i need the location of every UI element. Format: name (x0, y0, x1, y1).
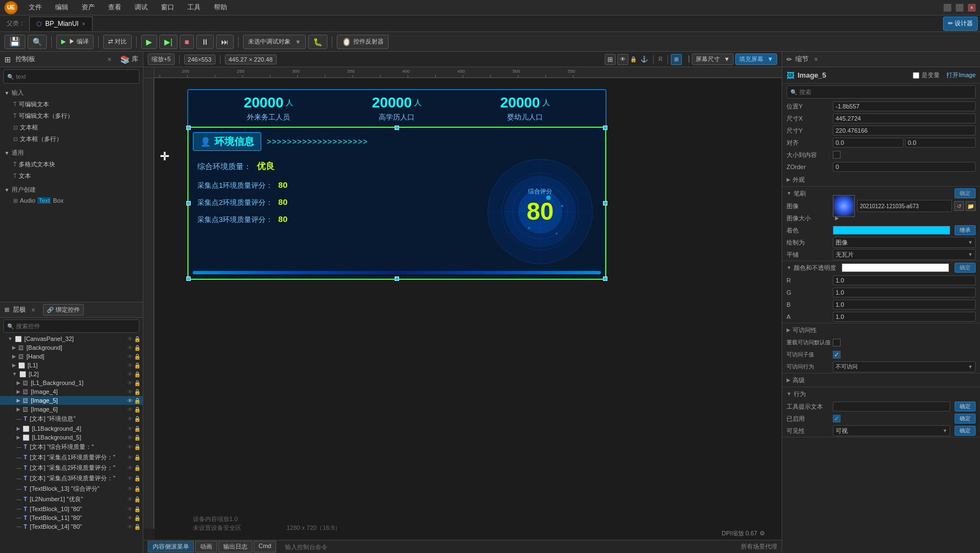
window-close[interactable]: × (968, 4, 976, 12)
layer-textblock11[interactable]: — T [TextBlock_11] "80" 👁 🔒 (0, 513, 143, 522)
lock-icon[interactable]: 🔒 (134, 380, 141, 386)
eye-icon[interactable]: 👁 (127, 454, 133, 460)
section-input-header[interactable]: ▼ 输入 (0, 87, 143, 99)
browse-btn[interactable]: 🔍 (28, 35, 47, 49)
tab-cmd[interactable]: Cmd (254, 541, 276, 552)
eye-icon[interactable]: 👁 (127, 354, 133, 360)
g-value[interactable]: 1.0 (833, 288, 976, 297)
item-editable-text-multi[interactable]: T 可编辑文本（多行） (0, 110, 143, 122)
stop-btn[interactable]: ■ (180, 35, 194, 49)
debug-icon-btn[interactable]: 🐛 (308, 35, 327, 49)
layer-textblock10[interactable]: — T [TextBlock_10] "80" 👁 🔒 (0, 505, 143, 513)
image-refresh-btn[interactable]: ↺ (954, 201, 964, 211)
layer-text-quality[interactable]: — T [文本] "综合环境质量：" 👁 🔒 (0, 442, 143, 452)
lock-icon[interactable]: 🔒 (134, 416, 141, 422)
lock-icon[interactable]: 🔒 (134, 435, 141, 441)
default-access-checkbox[interactable] (833, 339, 841, 346)
layer-text-score3[interactable]: — T [文本] "采集点3环境质量评分：" 👁 🔒 (0, 473, 143, 484)
right-panel-close[interactable]: × (814, 56, 818, 63)
eye-icon[interactable]: 👁 (127, 336, 133, 342)
lock-icon[interactable]: 🔒 (134, 336, 141, 342)
tint-color-bar[interactable] (833, 226, 950, 235)
lock-icon[interactable]: 🔒 (134, 486, 141, 492)
menu-asset[interactable]: 资产 (79, 2, 97, 13)
right-search-input[interactable] (799, 89, 972, 95)
color-confirm-btn[interactable]: 确定 (955, 263, 976, 273)
a-value[interactable]: 1.0 (833, 312, 976, 322)
item-text[interactable]: T 文本 (0, 170, 143, 182)
open-image-btn[interactable]: 打开Image (946, 71, 976, 79)
lock-icon[interactable]: 🔒 (134, 496, 141, 502)
layer-image4[interactable]: ▶ 🖼 [Image_4] 👁 🔒 (0, 387, 143, 396)
layer-text-score2[interactable]: — T [文本] "采集点2环境质量评分：" 👁 🔒 (0, 463, 143, 473)
section-user-header[interactable]: ▼ 用户创建 (0, 184, 143, 196)
eye-icon[interactable]: 👁 (127, 486, 133, 492)
menu-debug[interactable]: 调试 (132, 2, 150, 13)
eye-icon[interactable]: 👁 (127, 515, 133, 521)
debug-target-dropdown[interactable]: 未选中调试对象 ▼ (243, 35, 306, 49)
item-textbox-multi[interactable]: ⊡ 文本框（多行） (0, 133, 143, 145)
layer-image5[interactable]: ▶ 🖼 [Image_5] 👁 🔒 (0, 396, 143, 405)
play-btn[interactable]: ▶ (141, 35, 157, 49)
behavior-header[interactable]: ▼ 行为 (782, 387, 980, 400)
lock-icon[interactable]: 🔒 (134, 406, 141, 413)
lock-icon[interactable]: 🔒 (134, 475, 141, 481)
eye-icon[interactable]: 👁 (127, 426, 133, 432)
eye-icon[interactable]: 👁 (127, 506, 133, 512)
lock-icon[interactable]: 🔒 (134, 506, 141, 512)
layer-l2number1[interactable]: — T [L2Number1] "优良" 👁 🔒 (0, 494, 143, 505)
eye-icon[interactable]: 👁 (127, 389, 133, 395)
layer-hand[interactable]: ▶ 🖼 [Hand] 👁 🔒 (0, 352, 143, 361)
layer-l1bg5[interactable]: ▶ ⬜ [L1Background_5] 👁 🔒 (0, 433, 143, 442)
layer-textblock13[interactable]: — T [TextBlock_13] "综合评分" 👁 🔒 (0, 484, 143, 494)
grid-icon[interactable]: ⊞ (605, 54, 616, 65)
fill-screen-dropdown[interactable]: 填充屏幕 ▼ (735, 53, 777, 65)
section-common-header[interactable]: ▼ 通用 (0, 147, 143, 159)
save-btn[interactable]: 💾 (4, 35, 25, 49)
layer-l1bg4[interactable]: ▶ ⬜ [L1Background_4] 👁 🔒 (0, 424, 143, 433)
align-y[interactable]: 0.0 (905, 138, 976, 148)
lock-icon[interactable]: 🔒 (134, 524, 141, 530)
tab-bp-mianui[interactable]: ⬡ BP_MianUI × (29, 17, 93, 31)
designer-btn[interactable]: ✏ 设计器 (943, 17, 978, 31)
eye-icon[interactable]: 👁 (127, 465, 133, 471)
layer-text-score1[interactable]: — T [文本] "采集点1环境质量评分：" 👁 🔒 (0, 452, 143, 463)
draw-as-dropdown[interactable]: 图像 ▼ (833, 237, 976, 248)
menu-edit[interactable]: 编辑 (53, 2, 71, 13)
eye-icon[interactable]: 👁 (127, 380, 133, 386)
layer-image6[interactable]: ▶ 🖼 [Image_6] 👁 🔒 (0, 405, 143, 414)
image-name[interactable]: 20210122-121035-a673 (857, 200, 952, 212)
tooltip-value[interactable] (833, 402, 950, 411)
accessibility-header[interactable]: ▶ 可访问性 (782, 323, 980, 337)
item-editable-text[interactable]: T 可编辑文本 (0, 99, 143, 110)
layer-background[interactable]: ▶ 🖼 [Background] 👁 🔒 (0, 343, 143, 352)
lock-icon[interactable]: 🔒 (134, 398, 141, 404)
lock-icon[interactable]: 🔒 (134, 362, 141, 368)
zorder-value[interactable]: 0 (833, 162, 976, 172)
layer-canvaspanel[interactable]: ▼ ⬜ [CanvasPanel_32] 👁 🔒 (0, 334, 143, 343)
eye-icon[interactable]: 👁 (127, 496, 133, 502)
tab-close-btn[interactable]: × (82, 21, 85, 27)
eye-icon[interactable]: 👁 (127, 435, 133, 441)
menu-file[interactable]: 文件 (26, 2, 44, 13)
enabled-confirm-btn[interactable]: 确定 (955, 414, 976, 424)
compile-btn[interactable]: ▶ ▶ 编译 (56, 35, 94, 49)
lock-icon[interactable]: 🔒 (134, 465, 141, 471)
color-white-bar[interactable] (842, 263, 949, 272)
eye-canvas-icon[interactable]: 👁 (617, 54, 628, 65)
control-search-input[interactable] (16, 73, 136, 80)
skip-btn[interactable]: ⏭ (216, 35, 234, 49)
play-next-btn[interactable]: ▶| (159, 35, 177, 49)
flag-icon[interactable]: R (656, 56, 665, 62)
r-value[interactable]: 1.0 (833, 275, 976, 285)
lock-icon[interactable]: 🔒 (134, 371, 141, 377)
eye-icon[interactable]: 👁 (127, 398, 133, 404)
item-textbox[interactable]: ⊡ 文本框 (0, 122, 143, 133)
accessible-behavior-dropdown[interactable]: 不可访问 ▼ (833, 361, 976, 372)
bind-widget-btn[interactable]: 🔗 绑定控件 (43, 304, 84, 316)
lock-canvas-icon[interactable]: 🔒 (630, 56, 637, 62)
compare-btn[interactable]: ⇄ 对比 (103, 35, 132, 49)
advanced-header[interactable]: ▶ 高级 (782, 373, 980, 387)
is-variable-checkbox[interactable] (913, 72, 919, 79)
eye-icon[interactable]: 👁 (127, 362, 133, 368)
